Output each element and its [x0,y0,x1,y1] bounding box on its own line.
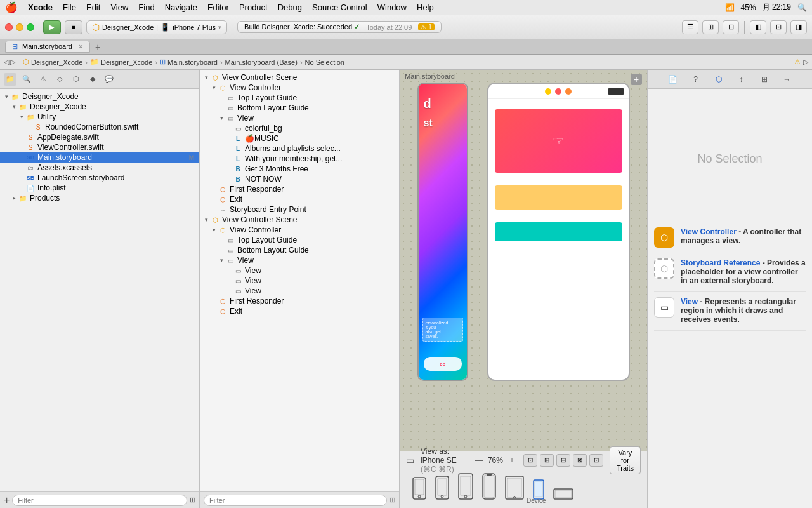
menu-editor[interactable]: Editor [207,3,229,12]
device-option-iphone-x[interactable] [482,473,496,500]
breadcrumb-item-2[interactable]: ⊞ Main.storyboard [160,58,218,66]
test-nav-icon[interactable]: ◇ [53,73,66,86]
debug-toggle[interactable]: ⊡ [770,20,787,34]
tree-item-rounded[interactable]: S RoundedCornerButton.swift [0,122,199,132]
teal-rectangle[interactable] [495,222,622,241]
outline-get3months[interactable]: B Get 3 Months Free [200,164,399,174]
outline-scene1[interactable]: ⬡ View Controller Scene [200,72,399,83]
folder-nav-icon[interactable]: 📁 [4,73,16,86]
outline-membership[interactable]: L With your membership, get... [200,154,399,164]
phone-mockup-1[interactable]: ●● d st ersonalized it you also get save… [417,83,468,381]
phone-mockup-2[interactable]: ☞ [487,83,630,381]
outline-filter-input[interactable] [204,495,387,506]
outline-entrypoint[interactable]: → Storyboard Entry Point [200,204,399,215]
tree-item-launchscreen[interactable]: SB LaunchScreen.storyboard [0,173,199,183]
app-name[interactable]: Xcode [28,3,53,12]
tree-item-products[interactable]: 📁 Products [0,193,199,203]
menu-view[interactable]: View [110,3,128,12]
navigator-toggle[interactable]: ◧ [750,20,766,34]
tree-item-sub[interactable]: 📁 Deisgner_Xcode [0,102,199,112]
minimize-button[interactable] [16,23,23,31]
menu-edit[interactable]: Edit [86,3,100,12]
outline-view2c[interactable]: ▭ View [200,286,399,296]
menu-find[interactable]: Find [138,3,154,12]
size-btn[interactable]: ⊟ [556,454,570,467]
warning-nav-icon[interactable]: ⚠ [37,73,49,86]
outline-view1[interactable]: ▭ View [200,113,399,123]
inspector-item-view[interactable]: ▭ View - Represents a rectangular region… [654,292,806,331]
outline-bottomlayout2[interactable]: ▭ Bottom Layout Guide [200,245,399,255]
filter-options-icon[interactable]: ⊞ [190,496,195,504]
navigator-filter-input[interactable] [12,495,187,506]
zoom-in-button[interactable]: + [507,455,517,465]
zoom-fit-btn[interactable]: ⊞ [540,454,554,467]
pink-rectangle[interactable]: ☞ [495,109,622,173]
breakpoint-nav-icon[interactable]: ◆ [86,73,99,86]
inspector-item-ref[interactable]: ⬡ Storyboard Reference - Provides a plac… [654,253,806,292]
inspector-toggle[interactable]: ◨ [790,20,807,34]
outline-responder2[interactable]: ⬡ First Responder [200,296,399,306]
inspector-item-vc[interactable]: ⬡ View Controller - A controller that ma… [654,222,806,253]
stop-button[interactable]: ■ [65,20,82,34]
outline-toplayout1[interactable]: ▭ Top Layout Guide [200,93,399,103]
tab-close-icon[interactable]: ✕ [78,43,83,50]
close-button[interactable] [5,23,13,31]
menu-source-control[interactable]: Source Control [312,3,367,12]
warning-indicator[interactable]: ⚠ [794,58,801,66]
device-option-iphone-8plus[interactable] [458,473,473,500]
outline-view2b[interactable]: ▭ View [200,276,399,286]
breadcrumb-item-1[interactable]: 📁 Deisgner_Xcode [90,58,152,66]
outline-albums[interactable]: L Albums and playlists selec... [200,144,399,154]
size-inspector-icon[interactable]: ⊞ [757,72,771,86]
outline-exit2[interactable]: ⬡ Exit [200,306,399,316]
search-nav-icon[interactable]: 🔍 [20,73,33,86]
maximize-button[interactable] [27,23,34,31]
debug-nav-icon[interactable]: ⬡ [70,73,82,86]
spotlight-icon[interactable]: 🔍 [797,3,807,12]
tree-item-root[interactable]: 📁 Deisgner_Xcode [0,91,199,102]
device-option-landscape[interactable] [553,488,573,500]
outline-exit1[interactable]: ⬡ Exit [200,194,399,204]
filter-add-icon[interactable]: + [4,495,10,506]
tree-item-utility[interactable]: 📁 Utility [0,112,199,122]
file-inspector-icon[interactable]: 📄 [666,72,680,86]
device-option-ipad[interactable] [505,476,524,500]
outline-applemusic[interactable]: L 🍎MUSIC [200,133,399,144]
device-option-iphone-se[interactable] [412,477,426,500]
run-button[interactable]: ▶ [43,20,61,34]
editor-standard-button[interactable]: ☰ [682,20,698,34]
editor-version-button[interactable]: ⊟ [723,20,739,34]
tree-item-viewcontroller-swift[interactable]: S ViewController.swift [0,142,199,152]
attributes-inspector-icon[interactable]: ↕ [735,72,749,86]
view-options-btn[interactable]: ⊡ [589,454,603,467]
menu-product[interactable]: Product [239,3,268,12]
outline-vc1[interactable]: ⬡ View Controller [200,83,399,93]
outline-scene2[interactable]: ⬡ View Controller Scene [200,215,399,225]
zoom-out-button[interactable]: — [474,455,484,465]
outline-toplayout2[interactable]: ▭ Top Layout Guide [200,235,399,245]
menu-navigate[interactable]: Navigate [165,3,197,12]
tree-item-appdelegate[interactable]: S AppDelegate.swift [0,132,199,142]
canvas-area[interactable]: Main.storyboard + ●● d st ersonalized it… [400,70,647,508]
outline-view2a[interactable]: ▭ View [200,265,399,276]
breadcrumb-nav-back[interactable]: ◁ [4,58,9,66]
orange-rectangle[interactable] [495,185,622,210]
outline-bottomlayout1[interactable]: ▭ Bottom Layout Guide [200,103,399,113]
tree-item-assets[interactable]: 🗂 Assets.xcassets [0,163,199,173]
tree-item-main-storyboard[interactable]: SB Main.storyboard M [0,152,199,163]
breadcrumb-item-3[interactable]: Main.storyboard (Base) [225,58,298,66]
menu-help[interactable]: Help [417,3,434,12]
tree-item-infoplist[interactable]: 📄 Info.plist [0,183,199,193]
outline-vc2[interactable]: ⬡ View Controller [200,225,399,235]
quick-help-icon[interactable]: ? [689,72,703,86]
report-nav-icon[interactable]: 💬 [103,73,115,86]
breadcrumb-nav-right[interactable]: ▷ [803,58,808,66]
breadcrumb-item-0[interactable]: ⬡ Deisgner_Xcode [23,58,82,66]
outline-colorbg[interactable]: ▭ colorful_bg [200,123,399,133]
outline-notnow[interactable]: B NOT NOW [200,174,399,184]
file-tab-main-storyboard[interactable]: ⊞ Main.storyboard ✕ [5,41,90,53]
connections-inspector-icon[interactable]: → [780,72,794,86]
apple-menu[interactable]: 🍎 [5,1,18,13]
menu-debug[interactable]: Debug [278,3,302,12]
outline-view2[interactable]: ▭ View [200,255,399,265]
